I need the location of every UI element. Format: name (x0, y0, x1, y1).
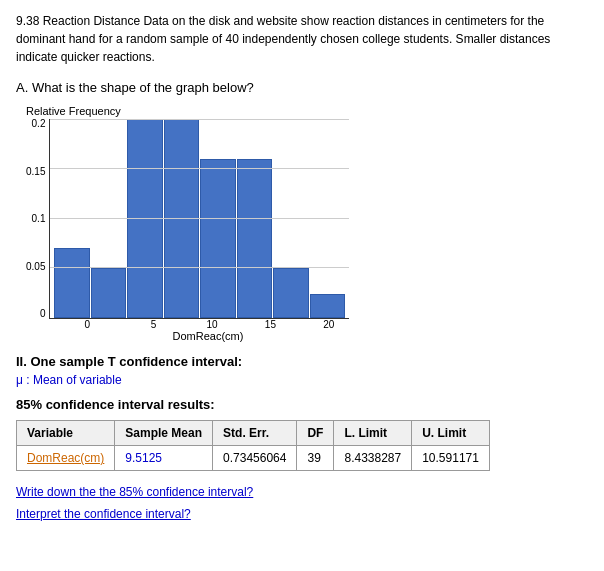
bar-3 (127, 119, 163, 318)
cell-variable[interactable]: DomReac(cm) (17, 446, 115, 471)
cell-df: 39 (297, 446, 334, 471)
interpret-link[interactable]: Interpret the confidence interval? (16, 507, 588, 521)
bar-7 (273, 268, 309, 318)
x-tick-20: 20 (300, 319, 358, 330)
chart-container: 0.2 0.15 0.1 0.05 0 (26, 119, 588, 319)
section-ii-title: II. One sample T confidence interval: (16, 354, 588, 369)
x-axis-title: DomReac(cm) (58, 330, 358, 342)
grid-line-3 (50, 168, 349, 169)
bar-6 (237, 159, 273, 318)
ci-header: 85% confidence interval results: (16, 397, 588, 412)
x-axis-labels: 0 5 10 15 20 (58, 319, 358, 330)
intro-text: 9.38 Reaction Distance Data on the disk … (16, 12, 588, 66)
chart-plot (49, 119, 349, 319)
col-variable: Variable (17, 421, 115, 446)
grid-line-1 (50, 267, 349, 268)
bar-1 (54, 248, 90, 318)
grid-line-2 (50, 218, 349, 219)
cell-l-limit: 8.4338287 (334, 446, 412, 471)
mu-label: μ : Mean of variable (16, 373, 588, 387)
col-l-limit: L. Limit (334, 421, 412, 446)
write-down-link[interactable]: Write down the the 85% confidence interv… (16, 485, 588, 499)
y-tick-0.15: 0.15 (26, 167, 45, 177)
domreac-link[interactable]: DomReac(cm) (27, 451, 104, 465)
col-u-limit: U. Limit (412, 421, 490, 446)
grid-line-4 (50, 119, 349, 120)
bar-4 (164, 119, 200, 318)
cell-std-err: 0.73456064 (213, 446, 297, 471)
y-axis: 0.2 0.15 0.1 0.05 0 (26, 119, 49, 319)
ci-table: Variable Sample Mean Std. Err. DF L. Lim… (16, 420, 490, 471)
bar-8 (310, 294, 346, 318)
y-tick-0: 0 (40, 309, 46, 319)
bar-5 (200, 159, 236, 318)
y-axis-label: Relative Frequency (26, 105, 588, 117)
x-tick-15: 15 (241, 319, 299, 330)
cell-sample-mean: 9.5125 (115, 446, 213, 471)
table-row: DomReac(cm) 9.5125 0.73456064 39 8.43382… (17, 446, 490, 471)
col-std-err: Std. Err. (213, 421, 297, 446)
col-df: DF (297, 421, 334, 446)
col-sample-mean: Sample Mean (115, 421, 213, 446)
question-a: A. What is the shape of the graph below? (16, 80, 588, 95)
y-tick-0.05: 0.05 (26, 262, 45, 272)
x-tick-0: 0 (58, 319, 116, 330)
cell-u-limit: 10.591171 (412, 446, 490, 471)
y-tick-0.2: 0.2 (32, 119, 46, 129)
x-tick-10: 10 (183, 319, 241, 330)
chart-area: Relative Frequency 0.2 0.15 0.1 0.05 0 (26, 105, 588, 342)
bars-row (50, 119, 349, 318)
y-tick-0.1: 0.1 (32, 214, 46, 224)
x-tick-5: 5 (124, 319, 182, 330)
bar-2 (91, 268, 127, 318)
